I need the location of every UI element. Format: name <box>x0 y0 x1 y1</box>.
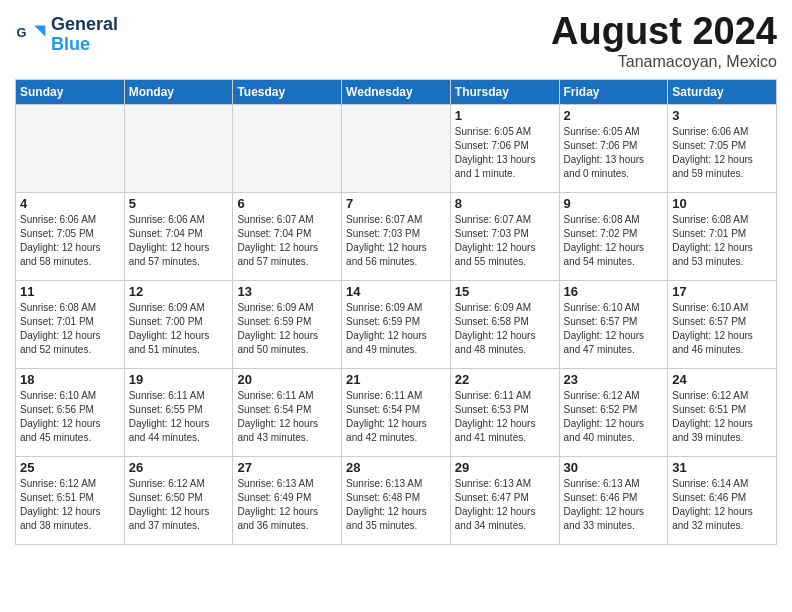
day-number: 16 <box>564 284 664 299</box>
calendar-cell: 17Sunrise: 6:10 AM Sunset: 6:57 PM Dayli… <box>668 281 777 369</box>
day-number: 10 <box>672 196 772 211</box>
calendar-cell: 2Sunrise: 6:05 AM Sunset: 7:06 PM Daylig… <box>559 105 668 193</box>
day-number: 29 <box>455 460 555 475</box>
calendar-cell: 6Sunrise: 6:07 AM Sunset: 7:04 PM Daylig… <box>233 193 342 281</box>
day-info: Sunrise: 6:06 AM Sunset: 7:04 PM Dayligh… <box>129 213 229 269</box>
calendar-cell: 29Sunrise: 6:13 AM Sunset: 6:47 PM Dayli… <box>450 457 559 545</box>
day-info: Sunrise: 6:11 AM Sunset: 6:55 PM Dayligh… <box>129 389 229 445</box>
day-info: Sunrise: 6:10 AM Sunset: 6:57 PM Dayligh… <box>672 301 772 357</box>
calendar-table: SundayMondayTuesdayWednesdayThursdayFrid… <box>15 79 777 545</box>
weekday-header-friday: Friday <box>559 80 668 105</box>
calendar-cell: 28Sunrise: 6:13 AM Sunset: 6:48 PM Dayli… <box>342 457 451 545</box>
day-number: 30 <box>564 460 664 475</box>
calendar-cell <box>233 105 342 193</box>
day-info: Sunrise: 6:13 AM Sunset: 6:48 PM Dayligh… <box>346 477 446 533</box>
calendar-cell: 26Sunrise: 6:12 AM Sunset: 6:50 PM Dayli… <box>124 457 233 545</box>
day-number: 7 <box>346 196 446 211</box>
weekday-header-row: SundayMondayTuesdayWednesdayThursdayFrid… <box>16 80 777 105</box>
calendar-cell: 16Sunrise: 6:10 AM Sunset: 6:57 PM Dayli… <box>559 281 668 369</box>
day-info: Sunrise: 6:14 AM Sunset: 6:46 PM Dayligh… <box>672 477 772 533</box>
day-number: 2 <box>564 108 664 123</box>
month-title: August 2024 <box>551 10 777 53</box>
svg-marker-1 <box>34 25 45 36</box>
day-number: 9 <box>564 196 664 211</box>
day-info: Sunrise: 6:09 AM Sunset: 6:59 PM Dayligh… <box>346 301 446 357</box>
day-number: 21 <box>346 372 446 387</box>
day-info: Sunrise: 6:13 AM Sunset: 6:46 PM Dayligh… <box>564 477 664 533</box>
weekday-header-tuesday: Tuesday <box>233 80 342 105</box>
day-number: 31 <box>672 460 772 475</box>
svg-text:G: G <box>17 24 27 39</box>
calendar-cell: 8Sunrise: 6:07 AM Sunset: 7:03 PM Daylig… <box>450 193 559 281</box>
weekday-header-sunday: Sunday <box>16 80 125 105</box>
header: G General Blue August 2024 Tanamacoyan, … <box>15 10 777 71</box>
calendar-cell: 18Sunrise: 6:10 AM Sunset: 6:56 PM Dayli… <box>16 369 125 457</box>
day-number: 1 <box>455 108 555 123</box>
calendar-cell: 19Sunrise: 6:11 AM Sunset: 6:55 PM Dayli… <box>124 369 233 457</box>
day-info: Sunrise: 6:08 AM Sunset: 7:02 PM Dayligh… <box>564 213 664 269</box>
calendar-cell: 21Sunrise: 6:11 AM Sunset: 6:54 PM Dayli… <box>342 369 451 457</box>
day-number: 15 <box>455 284 555 299</box>
day-info: Sunrise: 6:11 AM Sunset: 6:54 PM Dayligh… <box>346 389 446 445</box>
day-info: Sunrise: 6:05 AM Sunset: 7:06 PM Dayligh… <box>455 125 555 181</box>
day-number: 26 <box>129 460 229 475</box>
day-number: 12 <box>129 284 229 299</box>
day-info: Sunrise: 6:06 AM Sunset: 7:05 PM Dayligh… <box>672 125 772 181</box>
day-number: 17 <box>672 284 772 299</box>
calendar-week-1: 1Sunrise: 6:05 AM Sunset: 7:06 PM Daylig… <box>16 105 777 193</box>
day-info: Sunrise: 6:12 AM Sunset: 6:51 PM Dayligh… <box>672 389 772 445</box>
calendar-cell: 24Sunrise: 6:12 AM Sunset: 6:51 PM Dayli… <box>668 369 777 457</box>
calendar-week-5: 25Sunrise: 6:12 AM Sunset: 6:51 PM Dayli… <box>16 457 777 545</box>
day-number: 24 <box>672 372 772 387</box>
calendar-cell: 10Sunrise: 6:08 AM Sunset: 7:01 PM Dayli… <box>668 193 777 281</box>
day-number: 28 <box>346 460 446 475</box>
day-number: 11 <box>20 284 120 299</box>
day-info: Sunrise: 6:07 AM Sunset: 7:04 PM Dayligh… <box>237 213 337 269</box>
day-info: Sunrise: 6:05 AM Sunset: 7:06 PM Dayligh… <box>564 125 664 181</box>
calendar-cell: 30Sunrise: 6:13 AM Sunset: 6:46 PM Dayli… <box>559 457 668 545</box>
logo-line2: Blue <box>51 35 118 55</box>
calendar-cell: 11Sunrise: 6:08 AM Sunset: 7:01 PM Dayli… <box>16 281 125 369</box>
calendar-cell: 14Sunrise: 6:09 AM Sunset: 6:59 PM Dayli… <box>342 281 451 369</box>
day-info: Sunrise: 6:07 AM Sunset: 7:03 PM Dayligh… <box>346 213 446 269</box>
weekday-header-monday: Monday <box>124 80 233 105</box>
calendar-cell: 9Sunrise: 6:08 AM Sunset: 7:02 PM Daylig… <box>559 193 668 281</box>
day-info: Sunrise: 6:12 AM Sunset: 6:50 PM Dayligh… <box>129 477 229 533</box>
day-info: Sunrise: 6:11 AM Sunset: 6:53 PM Dayligh… <box>455 389 555 445</box>
day-info: Sunrise: 6:13 AM Sunset: 6:49 PM Dayligh… <box>237 477 337 533</box>
calendar-cell: 1Sunrise: 6:05 AM Sunset: 7:06 PM Daylig… <box>450 105 559 193</box>
calendar-cell: 4Sunrise: 6:06 AM Sunset: 7:05 PM Daylig… <box>16 193 125 281</box>
calendar-cell: 13Sunrise: 6:09 AM Sunset: 6:59 PM Dayli… <box>233 281 342 369</box>
location-title: Tanamacoyan, Mexico <box>551 53 777 71</box>
calendar-cell: 3Sunrise: 6:06 AM Sunset: 7:05 PM Daylig… <box>668 105 777 193</box>
calendar-cell: 5Sunrise: 6:06 AM Sunset: 7:04 PM Daylig… <box>124 193 233 281</box>
day-info: Sunrise: 6:08 AM Sunset: 7:01 PM Dayligh… <box>672 213 772 269</box>
title-area: August 2024 Tanamacoyan, Mexico <box>551 10 777 71</box>
day-number: 3 <box>672 108 772 123</box>
day-number: 13 <box>237 284 337 299</box>
day-info: Sunrise: 6:06 AM Sunset: 7:05 PM Dayligh… <box>20 213 120 269</box>
day-number: 6 <box>237 196 337 211</box>
calendar-week-2: 4Sunrise: 6:06 AM Sunset: 7:05 PM Daylig… <box>16 193 777 281</box>
calendar-cell <box>16 105 125 193</box>
day-number: 18 <box>20 372 120 387</box>
calendar-cell <box>124 105 233 193</box>
calendar-week-4: 18Sunrise: 6:10 AM Sunset: 6:56 PM Dayli… <box>16 369 777 457</box>
day-info: Sunrise: 6:12 AM Sunset: 6:51 PM Dayligh… <box>20 477 120 533</box>
calendar-cell: 20Sunrise: 6:11 AM Sunset: 6:54 PM Dayli… <box>233 369 342 457</box>
calendar-cell: 7Sunrise: 6:07 AM Sunset: 7:03 PM Daylig… <box>342 193 451 281</box>
day-info: Sunrise: 6:12 AM Sunset: 6:52 PM Dayligh… <box>564 389 664 445</box>
logo-line1: General <box>51 15 118 35</box>
day-info: Sunrise: 6:11 AM Sunset: 6:54 PM Dayligh… <box>237 389 337 445</box>
day-number: 4 <box>20 196 120 211</box>
calendar-cell: 23Sunrise: 6:12 AM Sunset: 6:52 PM Dayli… <box>559 369 668 457</box>
day-number: 14 <box>346 284 446 299</box>
calendar-cell <box>342 105 451 193</box>
day-number: 5 <box>129 196 229 211</box>
calendar-cell: 22Sunrise: 6:11 AM Sunset: 6:53 PM Dayli… <box>450 369 559 457</box>
day-number: 27 <box>237 460 337 475</box>
calendar-cell: 15Sunrise: 6:09 AM Sunset: 6:58 PM Dayli… <box>450 281 559 369</box>
day-info: Sunrise: 6:07 AM Sunset: 7:03 PM Dayligh… <box>455 213 555 269</box>
calendar-cell: 25Sunrise: 6:12 AM Sunset: 6:51 PM Dayli… <box>16 457 125 545</box>
weekday-header-wednesday: Wednesday <box>342 80 451 105</box>
